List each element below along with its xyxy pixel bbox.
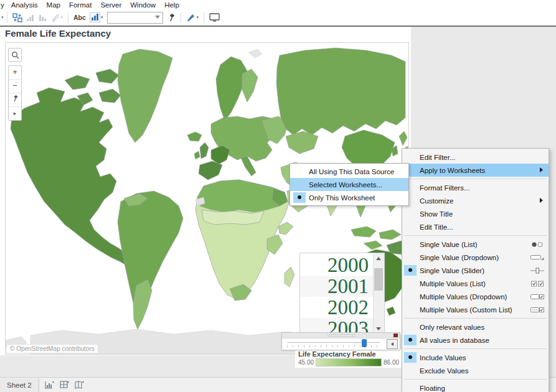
menu-separator: [404, 179, 547, 179]
menu-item-format[interactable]: Format: [65, 1, 96, 9]
highlight-button[interactable]: ▾: [49, 11, 65, 24]
dropdown-control-icon: [530, 254, 544, 261]
swap-icon: [12, 13, 22, 22]
map-search-button[interactable]: [8, 48, 22, 62]
menu-item-label: Apply to Worksheets: [420, 167, 485, 174]
highlight-dropdown-caret-icon[interactable]: ▾: [61, 15, 64, 20]
combobox-caret-icon[interactable]: [155, 16, 160, 19]
menu-item-multiple-values-custom-list[interactable]: Multiple Values (Custom List): [402, 303, 549, 316]
menu-item-label: Edit Filter...: [420, 154, 456, 161]
menu-item-format-filters[interactable]: Format Filters...: [402, 181, 549, 194]
pen-icon: [186, 13, 196, 22]
menu-item-exclude-values[interactable]: Exclude Values: [402, 364, 549, 377]
menu-item-label: Show Title: [420, 210, 453, 218]
scrollbar-thumb[interactable]: [374, 268, 383, 291]
menu-item-only-relevant-values[interactable]: Only relevant values: [402, 320, 549, 334]
year-list-item[interactable]: 2001: [300, 276, 374, 297]
format-pen-caret-icon[interactable]: ▾: [196, 15, 199, 20]
zoom-out-button[interactable]: −: [9, 80, 21, 93]
clipped-dropdown-caret-icon[interactable]: ▾: [1, 15, 4, 20]
menu-item-window[interactable]: Window: [126, 1, 160, 9]
year-list-item[interactable]: 2002: [300, 297, 374, 318]
menu-item-label: Single Value (List): [420, 241, 477, 248]
slider-control-icon: [530, 267, 544, 274]
menu-separator: [404, 379, 547, 380]
sort-descending-icon: [39, 13, 47, 22]
new-dashboard-icon[interactable]: [60, 381, 69, 389]
selected-bullet-icon: [404, 352, 417, 363]
sort-descending-button[interactable]: [37, 11, 49, 24]
sheet-tab-label: Sheet 2: [7, 381, 32, 389]
search-icon: [11, 51, 19, 59]
card-grip-bar[interactable]: [282, 333, 400, 338]
menu-item-include-values[interactable]: Include Values: [402, 351, 549, 364]
menu-item-label: Single Value (Dropdown): [420, 254, 499, 261]
year-slider[interactable]: [282, 338, 400, 349]
menu-item-single-value-slider[interactable]: Single Value (Slider): [402, 264, 549, 277]
menu-item-analysis[interactable]: Analysis: [7, 1, 42, 9]
menu-item-label: Edit Title...: [420, 223, 453, 231]
year-slider-card: [281, 332, 400, 350]
pin-button[interactable]: [166, 11, 177, 24]
menu-item-show-title[interactable]: Show Title: [402, 207, 549, 220]
menu-item-server[interactable]: Server: [96, 1, 126, 9]
menu-item-map[interactable]: Map: [42, 1, 65, 9]
color-legend-card: Life Expectancy Female 45.00 86.00: [295, 349, 411, 368]
menu-item-story-partial[interactable]: y: [0, 1, 7, 9]
menu-item-floating[interactable]: Floating: [402, 381, 549, 392]
menu-item-label: All Using This Data Source: [309, 168, 394, 175]
pin-icon: [167, 13, 176, 22]
menu-item-apply-to-worksheets[interactable]: Apply to Worksheets: [402, 164, 549, 177]
legend-title: Life Expectancy Female: [295, 349, 411, 358]
year-list-item[interactable]: 2000: [300, 254, 374, 276]
new-worksheet-icon[interactable]: [45, 381, 54, 389]
show-me-caret-icon[interactable]: ▾: [101, 15, 103, 20]
swap-rows-columns-button[interactable]: [11, 11, 24, 24]
menu-item-all-values-in-database[interactable]: All values in database: [402, 334, 549, 347]
show-mark-labels-button[interactable]: Abc: [72, 11, 88, 24]
menu-item-customize[interactable]: Customize: [402, 194, 549, 207]
slider-step-left-button[interactable]: [387, 339, 398, 349]
menu-item-edit-filter[interactable]: Edit Filter...: [402, 151, 549, 164]
format-pen-button[interactable]: ▾: [184, 11, 200, 24]
menu-item-only-this-worksheet[interactable]: Only This Worksheet: [290, 191, 408, 204]
menu-separator: [404, 318, 547, 319]
scroll-up-button[interactable]: [374, 253, 384, 264]
menu-item-label: Only This Worksheet: [309, 194, 375, 202]
submenu-arrow-icon: [540, 198, 543, 203]
sort-ascending-button[interactable]: [24, 11, 37, 24]
menu-item-edit-title[interactable]: Edit Title...: [402, 220, 549, 233]
map-controls-expand-button[interactable]: ▸: [9, 107, 21, 120]
menu-item-label: Customize: [420, 197, 453, 205]
checkboxes-icon: [530, 280, 544, 287]
menu-item-single-value-list[interactable]: Single Value (List): [402, 238, 549, 251]
filter-context-menu: Edit Filter... Apply to Worksheets Forma…: [402, 148, 549, 392]
legend-max-value: 86.00: [384, 359, 399, 366]
toolbar-combobox[interactable]: [107, 12, 163, 24]
year-filter-card: 2000 2001 2002 2003: [299, 253, 385, 335]
selected-bullet-icon: [404, 335, 417, 345]
menu-item-label: Multiple Values (Dropdown): [420, 293, 507, 301]
map-pin-button[interactable]: [9, 93, 21, 107]
toolbar-separator: [7, 12, 7, 23]
sheet-tab[interactable]: Sheet 2: [0, 378, 39, 392]
menu-item-selected-worksheets[interactable]: Selected Worksheets...: [290, 178, 408, 191]
legend-gradient-bar[interactable]: [316, 358, 382, 366]
year-list: 2000 2001 2002 2003: [300, 254, 374, 335]
scroll-down-icon: [376, 327, 381, 330]
new-story-icon[interactable]: [75, 381, 84, 389]
menu-item-all-using-data-source[interactable]: All Using This Data Source: [290, 165, 408, 178]
presentation-mode-button[interactable]: [207, 11, 222, 24]
scroll-up-icon: [376, 257, 381, 260]
menu-item-multiple-values-list[interactable]: Multiple Values (List): [402, 277, 549, 290]
menu-item-single-value-dropdown[interactable]: Single Value (Dropdown): [402, 251, 549, 264]
slider-thumb[interactable]: [362, 339, 367, 347]
map-zoom-controls: + − ▸: [8, 65, 22, 121]
show-me-button[interactable]: ▾: [88, 11, 105, 24]
slider-left-arrow-icon: [391, 342, 393, 346]
map-pin-icon: [12, 95, 19, 102]
menu-item-help[interactable]: Help: [160, 1, 184, 9]
zoom-in-button[interactable]: +: [9, 66, 21, 80]
year-list-scrollbar[interactable]: [373, 253, 384, 334]
menu-item-multiple-values-dropdown[interactable]: Multiple Values (Dropdown): [402, 290, 549, 303]
